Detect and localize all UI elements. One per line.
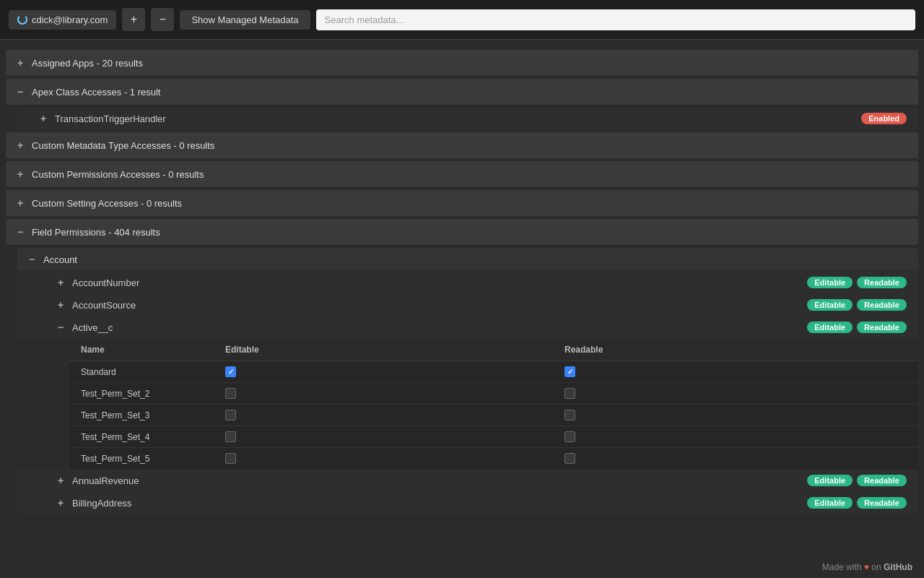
subgroup-toggle-icon: −	[29, 254, 38, 265]
checkbox-editable[interactable]	[225, 366, 236, 377]
badge-readable: Readable	[857, 497, 907, 509]
footer-suffix: on	[871, 562, 884, 572]
badges: Editable Readable	[807, 497, 907, 509]
badge-editable: Editable	[807, 322, 853, 333]
checkbox-editable[interactable]	[225, 431, 236, 442]
checkbox-editable[interactable]	[225, 453, 236, 464]
badge-readable: Readable	[857, 277, 907, 288]
row-readable[interactable]	[553, 361, 918, 383]
field-row-billingaddress[interactable]: + BillingAddress Editable Readable	[17, 492, 918, 514]
table-row: Test_Perm_Set_2	[69, 383, 918, 405]
row-name: Standard	[69, 361, 214, 383]
field-toggle-icon: +	[58, 497, 66, 509]
col-header-readable: Readable	[553, 339, 918, 361]
checkbox-editable[interactable]	[225, 410, 236, 420]
section-title: Custom Metadata Type Accesses - 0 result…	[32, 140, 214, 151]
badge-editable: Editable	[807, 475, 853, 486]
row-readable[interactable]	[553, 405, 918, 426]
table-row: Standard	[69, 361, 918, 383]
apex-class-items: + TransactionTriggerHandler Enabled	[17, 108, 918, 129]
field-row-active-c[interactable]: − Active__c Editable Readable	[17, 316, 918, 338]
checkbox-readable[interactable]	[565, 388, 575, 399]
field-name: AccountNumber	[72, 277, 807, 288]
content: + Assigned Apps - 20 results − Apex Clas…	[0, 40, 924, 522]
plus-icon: +	[131, 13, 137, 26]
field-name: AnnualRevenue	[72, 475, 807, 486]
section-title: Custom Permissions Accesses - 0 results	[32, 169, 204, 180]
minus-icon: −	[160, 13, 166, 26]
badges: Editable Readable	[807, 475, 907, 486]
field-toggle-icon: +	[58, 299, 66, 311]
row-readable[interactable]	[553, 383, 918, 405]
active-c-table: Name Editable Readable Standard	[69, 339, 918, 469]
row-editable[interactable]	[214, 448, 553, 470]
section-title: Assigned Apps - 20 results	[32, 58, 143, 69]
badge-readable: Readable	[857, 299, 907, 311]
field-name: AccountSource	[72, 300, 807, 311]
plus-button[interactable]: +	[122, 8, 145, 31]
row-readable[interactable]	[553, 448, 918, 470]
field-name: BillingAddress	[72, 498, 807, 509]
user-button[interactable]: cdick@library.com	[9, 10, 116, 30]
toggle-icon: +	[17, 57, 26, 69]
table-row: Test_Perm_Set_3	[69, 405, 918, 426]
table-row: Test_Perm_Set_4	[69, 426, 918, 448]
checkbox-editable[interactable]	[225, 388, 236, 399]
badge-editable: Editable	[807, 497, 853, 509]
apex-item-row[interactable]: + TransactionTriggerHandler Enabled	[17, 108, 918, 129]
badge-readable: Readable	[857, 322, 907, 333]
toggle-icon: +	[17, 139, 26, 151]
toggle-icon: −	[17, 226, 26, 238]
checkbox-readable[interactable]	[565, 453, 575, 464]
user-email: cdick@library.com	[32, 14, 108, 25]
show-metadata-button[interactable]: Show Managed Metadata	[180, 10, 310, 30]
section-title: Field Permissions - 404 results	[32, 227, 160, 238]
search-input[interactable]	[316, 9, 915, 30]
checkbox-readable[interactable]	[565, 410, 575, 420]
field-permissions-content: − Account + AccountNumber Editable Reada…	[17, 248, 918, 514]
col-header-name: Name	[69, 339, 214, 361]
apex-item-name: TransactionTriggerHandler	[55, 113, 861, 124]
footer: Made with ♥ on GitHub	[811, 556, 924, 578]
field-toggle-icon: +	[58, 277, 66, 288]
item-toggle-icon: +	[40, 113, 49, 124]
row-name: Test_Perm_Set_3	[69, 405, 214, 426]
table-row: Test_Perm_Set_5	[69, 448, 918, 470]
row-name: Test_Perm_Set_4	[69, 426, 214, 448]
section-custom-metadata[interactable]: + Custom Metadata Type Accesses - 0 resu…	[6, 132, 918, 158]
row-editable[interactable]	[214, 426, 553, 448]
section-custom-setting[interactable]: + Custom Setting Accesses - 0 results	[6, 190, 918, 216]
checkbox-readable[interactable]	[565, 366, 575, 377]
field-row-accountsource[interactable]: + AccountSource Editable Readable	[17, 294, 918, 316]
row-editable[interactable]	[214, 405, 553, 426]
badges: Editable Readable	[807, 277, 907, 288]
col-header-editable: Editable	[214, 339, 553, 361]
badges: Enabled	[861, 113, 907, 124]
row-name: Test_Perm_Set_5	[69, 448, 214, 470]
badges: Editable Readable	[807, 299, 907, 311]
section-field-permissions[interactable]: − Field Permissions - 404 results	[6, 219, 918, 245]
badge-editable: Editable	[807, 277, 853, 288]
checkbox-readable[interactable]	[565, 431, 575, 442]
refresh-icon	[17, 14, 27, 25]
row-editable[interactable]	[214, 383, 553, 405]
section-apex-class[interactable]: − Apex Class Accesses - 1 result	[6, 79, 918, 105]
badge-enabled: Enabled	[861, 113, 907, 124]
github-link[interactable]: GitHub	[884, 562, 912, 572]
section-custom-permissions[interactable]: + Custom Permissions Accesses - 0 result…	[6, 161, 918, 187]
section-title: Custom Setting Accesses - 0 results	[32, 198, 182, 209]
subgroup-title: Account	[43, 254, 77, 265]
minus-button[interactable]: −	[151, 8, 174, 31]
heart-icon: ♥	[864, 562, 871, 572]
field-row-accountnumber[interactable]: + AccountNumber Editable Readable	[17, 272, 918, 293]
field-toggle-icon: −	[58, 322, 66, 333]
subgroup-account-header[interactable]: − Account	[17, 248, 918, 271]
field-row-annualrevenue[interactable]: + AnnualRevenue Editable Readable	[17, 470, 918, 491]
field-name: Active__c	[72, 322, 807, 333]
section-assigned-apps[interactable]: + Assigned Apps - 20 results	[6, 50, 918, 76]
toggle-icon: −	[17, 86, 26, 98]
badge-editable: Editable	[807, 299, 853, 311]
badge-readable: Readable	[857, 475, 907, 486]
row-readable[interactable]	[553, 426, 918, 448]
row-editable[interactable]	[214, 361, 553, 383]
